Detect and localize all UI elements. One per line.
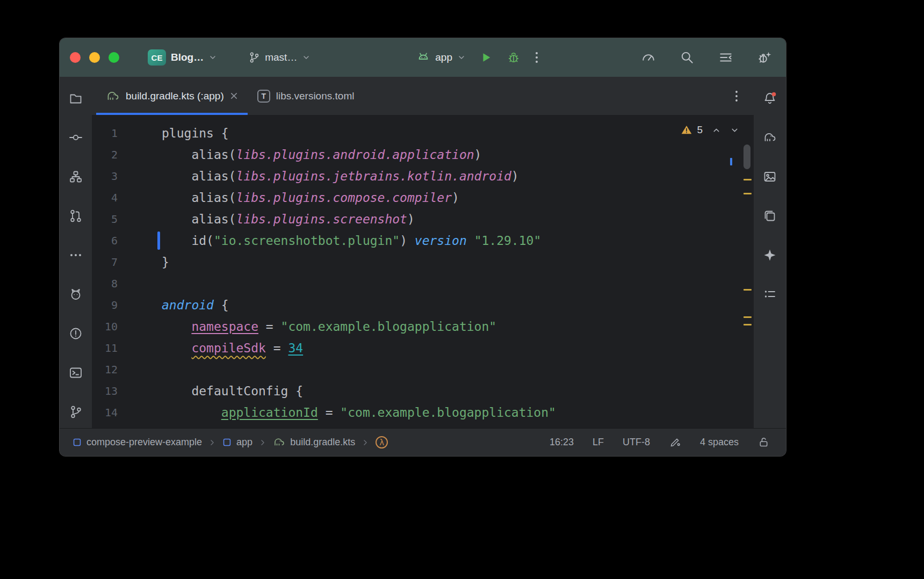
scrollbar-thumb[interactable] [743, 144, 750, 169]
status-widgets: 16:23 LF UTF-8 4 spaces [550, 436, 770, 448]
line-number: 11 [92, 337, 118, 359]
code-token: "com.example.blogapplication" [340, 406, 556, 419]
profiler-button[interactable] [641, 50, 656, 65]
caret-line-indicator [157, 231, 160, 250]
code-token: alias( [162, 148, 236, 162]
code-token [162, 406, 221, 419]
code-line: plugins { [162, 122, 754, 144]
search-everywhere-button[interactable] [680, 50, 695, 65]
breadcrumb-file[interactable]: build.gradle.kts [273, 436, 355, 448]
notifications-button[interactable] [759, 88, 781, 109]
ai-assistant-button[interactable] [759, 244, 781, 266]
code-token: alias( [162, 169, 236, 183]
code-line [162, 359, 754, 380]
pull-requests-tool-button[interactable] [65, 205, 86, 227]
line-number: 9 [92, 294, 118, 316]
chevron-right-icon [362, 439, 369, 446]
code-token: libs.plugins.screenshot [236, 212, 407, 226]
line-number: 14 [92, 402, 118, 423]
code-token [162, 427, 221, 428]
highlighting-level-button[interactable] [669, 436, 681, 448]
code-token: compileSdk [191, 341, 265, 355]
next-warning-icon[interactable] [730, 126, 739, 135]
branch-selector[interactable]: mast… [248, 52, 311, 63]
git-tool-button[interactable] [65, 401, 86, 423]
inspections-widget[interactable]: 5 [681, 124, 739, 136]
code-line: android { [162, 294, 754, 316]
tab-build-gradle-kts[interactable]: build.gradle.kts (:app) [96, 77, 248, 115]
device-manager-button[interactable] [759, 205, 781, 227]
close-icon[interactable] [230, 92, 238, 100]
terminal-icon [69, 366, 83, 380]
titlebar-actions [641, 50, 772, 65]
breadcrumb-module[interactable]: app [222, 437, 252, 448]
code-line: minSdk = 24 [162, 423, 754, 428]
logcat-tool-button[interactable] [65, 284, 86, 305]
code-line: alias(libs.plugins.android.application) [162, 144, 754, 165]
code-token: namespace [191, 320, 258, 334]
code-line [162, 273, 754, 294]
pull-request-icon [69, 209, 83, 223]
line-number: 8 [92, 273, 118, 294]
project-name: Blog… [171, 52, 204, 63]
editor-tabs: build.gradle.kts (:app) T libs.versions.… [92, 77, 754, 115]
file-lock-button[interactable] [757, 436, 770, 448]
code-token: ) [452, 191, 459, 205]
code-token: ) [474, 148, 482, 162]
toml-file-icon: T [257, 90, 270, 103]
run-button[interactable] [480, 51, 493, 64]
tab-libs-versions-toml[interactable]: T libs.versions.toml [248, 77, 364, 115]
tab-options-button[interactable] [734, 89, 739, 103]
zoom-window-button[interactable] [109, 52, 119, 63]
code-token: = [266, 341, 288, 355]
previous-warning-icon[interactable] [712, 126, 721, 135]
project-tool-button[interactable] [65, 88, 86, 109]
run-configuration-selector[interactable]: app [416, 50, 466, 64]
breadcrumb-label: app [236, 437, 252, 448]
line-number: 6 [92, 230, 118, 251]
close-window-button[interactable] [70, 52, 81, 63]
profiler-gauge-icon [641, 50, 656, 65]
ai-profiler-button[interactable] [757, 50, 772, 65]
code-token: version [415, 234, 467, 248]
terminal-tool-button[interactable] [65, 362, 86, 383]
cursor-position-widget[interactable]: 16:23 [550, 437, 574, 448]
resource-manager-button[interactable] [759, 166, 781, 187]
breadcrumb-project[interactable]: compose-preview-example [73, 437, 202, 448]
more-tools-button[interactable] [65, 244, 86, 266]
warning-triangle-icon [681, 124, 692, 136]
line-number: 10 [92, 316, 118, 337]
debug-button[interactable] [507, 50, 521, 64]
code-token: 24 [288, 427, 303, 428]
structure-tool-button[interactable] [65, 166, 86, 187]
problems-tool-button[interactable] [65, 323, 86, 344]
code-line: alias(libs.plugins.jetbrains.kotlin.andr… [162, 165, 754, 187]
chevron-down-icon [208, 53, 217, 62]
code-token: "com.example.blogapplication" [281, 320, 497, 334]
log-filter-button[interactable] [718, 50, 733, 65]
line-number: 12 [92, 359, 118, 380]
code-line: id("io.screenshotbot.plugin") version "1… [162, 230, 754, 251]
line-number: 1 [92, 122, 118, 144]
encoding-widget[interactable]: UTF-8 [623, 437, 650, 448]
code-token: "io.screenshotbot.plugin" [214, 234, 400, 248]
todo-list-button[interactable] [759, 284, 781, 305]
project-selector[interactable]: CE Blog… [148, 49, 217, 66]
minimize-window-button[interactable] [89, 52, 100, 63]
commit-tool-button[interactable] [65, 127, 86, 148]
code-line: applicationId = "com.example.blogapplica… [162, 402, 754, 423]
line-separator-widget[interactable]: LF [593, 437, 604, 448]
gradle-tool-button[interactable] [759, 127, 781, 148]
breadcrumb-label: build.gradle.kts [290, 437, 355, 448]
indent-widget[interactable]: 4 spaces [700, 437, 739, 448]
more-actions-button[interactable] [535, 50, 539, 64]
sparkle-icon [763, 248, 777, 262]
code-editor[interactable]: 123456789101112131415 plugins { alias(li… [92, 115, 754, 428]
code-token: defaultConfig { [162, 384, 303, 398]
layers-copy-icon [763, 209, 777, 223]
inspections-pen-icon [669, 436, 681, 448]
bullet-list-icon [763, 287, 777, 301]
gradle-elephant-icon [763, 131, 777, 144]
folder-icon [69, 91, 83, 105]
tab-label: build.gradle.kts (:app) [126, 90, 224, 102]
